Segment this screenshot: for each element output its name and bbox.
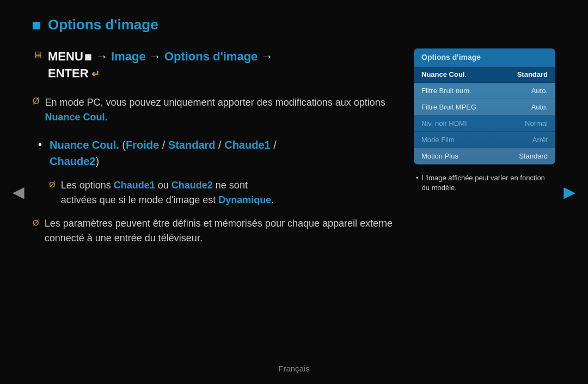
title-square-icon [33,22,40,29]
menu-icon: 🖥 [33,50,42,61]
enter-icon: ↵ [89,69,100,80]
paren-open: ( [119,139,126,151]
nav-arrow-left[interactable]: ◄ [9,181,28,204]
paren-close: ) [95,155,99,167]
menu-item-filtre-num[interactable]: Filtre Bruit num. Auto. [414,83,555,99]
froide-label: Froide [126,139,159,151]
options-menu: Options d'image Nuance Coul. Standard Fi… [414,48,555,164]
menu-item-value-3: Normal [525,119,548,127]
sub-chaude1: Chaude1 [114,180,155,191]
sub-note1-text: Les options Chaude1 ou Chaude2 ne sontac… [61,178,274,208]
title-row: Options d'image [33,16,555,33]
menu-item-value-5: Standard [519,152,548,160]
menu-item-name-4: Mode Film [421,136,455,144]
sub-note1-icon: Ø [49,180,56,189]
main-content: 🖥 MENU▦ → Image → Options d'image → ENTE… [33,48,555,246]
menu-item-filtre-mpeg[interactable]: Filtre Bruit MPEG Auto. [414,99,555,115]
menu-path-row: 🖥 MENU▦ → Image → Options d'image → ENTE… [33,48,397,82]
nav-arrow-right[interactable]: ► [560,181,579,204]
nuance-coul-label: Nuance Coul. [50,139,119,151]
bullet1-row: • Nuance Coul. (Froide / Standard / Chau… [38,137,397,169]
menu-item-value-4: Arrêt [532,136,548,144]
menu-item-value-1: Auto. [531,87,548,95]
menu-item-motion-plus[interactable]: Motion Plus Standard [414,148,555,164]
note2-icon: Ø [33,218,39,227]
menu-item-value-2: Auto. [531,103,548,111]
chaude1-label: Chaude1 [224,139,270,151]
menu-squares: ▦ [84,52,91,61]
right-panel: Options d'image Nuance Coul. Standard Fi… [414,48,555,246]
sub-note1-mid: ou [155,180,171,191]
sub-chaude2: Chaude2 [171,180,213,191]
note2-text: Les paramètres peuvent être définis et m… [45,216,397,246]
slash2: / [216,139,225,151]
menu-item-name-3: Niv. noir HDMI [421,119,467,127]
chaude2-label: Chaude2 [50,155,95,167]
enter-label: ENTER [48,66,89,80]
note1-icon: Ø [33,96,39,106]
menu-item-name-0: Nuance Coul. [421,70,467,78]
menu-item-mode-film[interactable]: Mode Film Arrêt [414,132,555,148]
sub-note1-before: Les options [61,180,114,191]
panel-note: • L'image affichée peut varier en foncti… [414,173,555,193]
period: . [271,194,274,205]
arrow3: → [261,50,273,63]
left-content: 🖥 MENU▦ → Image → Options d'image → ENTE… [33,48,397,246]
note1-highlight: Nuance Coul. [45,112,107,123]
slash1: / [159,139,168,151]
menu-item-niv-noir[interactable]: Niv. noir HDMI Normal [414,115,555,132]
dynamique-label: Dynamique [218,194,271,205]
arrow2: → [149,50,164,63]
menu-item-name-5: Motion Plus [421,152,458,160]
bullet-dot: • [38,137,42,152]
note1-text: En mode PC, vous pouvez uniquement appor… [45,95,397,125]
note1-row: Ø En mode PC, vous pouvez uniquement app… [33,95,397,125]
menu-item-name-2: Filtre Bruit MPEG [421,103,476,111]
slash3: / [271,139,277,151]
menu-item-name-1: Filtre Bruit num. [421,87,471,95]
image-link: Image [111,50,146,63]
panel-note-text: L'image affichée peut varier en fonction… [422,173,553,193]
page-title: Options d'image [48,16,158,33]
footer-language: Français [278,364,310,373]
bullet1-text: Nuance Coul. (Froide / Standard / Chaude… [50,137,277,169]
page-container: Options d'image 🖥 MENU▦ → Image → Option… [0,0,588,384]
menu-item-value-0: Standard [517,70,548,78]
sub-note1-row: Ø Les options Chaude1 ou Chaude2 ne sont… [49,178,397,208]
menu-item-nuance-coul[interactable]: Nuance Coul. Standard [414,66,555,83]
options-menu-title: Options d'image [414,48,555,66]
panel-note-bullet: • [416,174,419,182]
standard-label: Standard [168,139,216,151]
options-link: Options d'image [164,50,258,63]
menu-label: MENU [48,50,83,63]
note2-row: Ø Les paramètres peuvent être définis et… [33,216,397,246]
arrow1: → [96,50,111,63]
menu-path: MENU▦ → Image → Options d'image → ENTER … [48,48,273,82]
note1-text-before: En mode PC, vous pouvez uniquement appor… [45,97,385,108]
